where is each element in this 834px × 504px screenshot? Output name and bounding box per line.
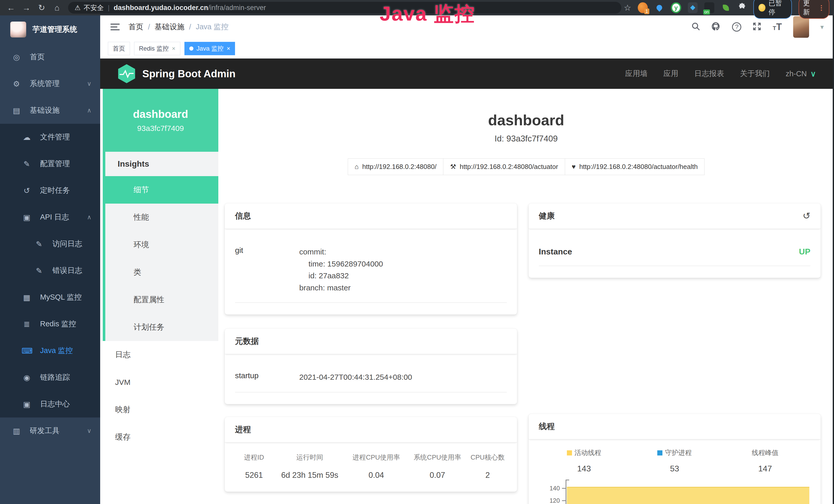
browser-home-icon[interactable]: ⌂ <box>50 0 63 16</box>
extension-switch-icon[interactable]: on <box>704 2 714 13</box>
window-right-edge <box>833 16 834 504</box>
sidebar-item-dev-tools[interactable]: ▥ 研发工具 ∨ <box>0 417 100 444</box>
tag-java-monitor[interactable]: Java 监控 × <box>184 42 235 55</box>
sidebar-item-infrastructure[interactable]: ▤ 基础设施 ∧ <box>0 97 100 124</box>
breadcrumb-separator: / <box>148 23 150 31</box>
nav-item-config-props[interactable]: 配置属性 <box>105 286 218 314</box>
menu-kebab-icon[interactable]: ⋮ <box>818 4 825 12</box>
health-instance-label: Instance <box>539 247 572 256</box>
paused-pill[interactable]: 已暂停 <box>753 0 792 19</box>
browser-back-icon[interactable]: ← <box>5 0 18 16</box>
user-avatar[interactable] <box>793 16 809 38</box>
extension-leaf-icon[interactable] <box>721 2 731 13</box>
info-card-body: git commit: time: 1596289704000 id: 27aa… <box>225 229 517 315</box>
sidebar-item-label: 配置管理 <box>40 159 70 169</box>
sidebar-item-config-mgmt[interactable]: ✎ 配置管理 <box>0 151 100 177</box>
sidebar-item-mysql-monitor[interactable]: ▦ MySQL 监控 <box>0 284 100 311</box>
sidebar-item-label: 系统管理 <box>30 78 60 89</box>
extensions-puzzle-icon[interactable] <box>738 3 747 13</box>
val-pid: 5261 <box>235 471 273 480</box>
app-logo-row[interactable]: 芋道管理系统 <box>0 16 100 44</box>
search-icon[interactable] <box>692 22 700 32</box>
live-threads-area <box>567 487 810 504</box>
col-pid: 进程ID <box>235 453 273 462</box>
sidebar-item-file-mgmt[interactable]: ☁ 文件管理 <box>0 124 100 151</box>
sba-nav-journal[interactable]: 日志报表 <box>694 69 724 79</box>
chevron-down-icon: ∨ <box>87 427 91 434</box>
nav-item-details[interactable]: 细节 <box>103 176 218 204</box>
sidebar-item-api-logs[interactable]: ▣ API 日志 ∧ <box>0 204 100 231</box>
sba-language-select[interactable]: zh-CN ∨ <box>786 69 816 78</box>
infrastructure-submenu: ☁ 文件管理 ✎ 配置管理 ↺ 定时任务 ▣ API 日志 ∧ ✎ <box>0 124 100 417</box>
sba-nav-wallboard[interactable]: 应用墙 <box>625 69 648 79</box>
tag-redis-monitor[interactable]: Redis 监控 × <box>134 42 180 55</box>
col-cpu-cores: CPU核心数 <box>468 453 506 462</box>
sidebar-item-system-mgmt[interactable]: ⚙ 系统管理 ∨ <box>0 70 100 97</box>
extension-y-icon[interactable]: y <box>671 2 681 13</box>
actuator-url-link[interactable]: ⚒ http://192.168.0.2:48080/actuator <box>443 158 565 175</box>
edit-icon: ✎ <box>22 159 32 168</box>
nav-item-scheduled-tasks[interactable]: 计划任务 <box>105 314 218 341</box>
git-commit-line: commit: <box>299 246 383 258</box>
nav-item-mappings[interactable]: 映射 <box>103 396 218 423</box>
service-url-link[interactable]: ⌂ http://192.168.0.2:48080/ <box>348 158 444 175</box>
font-size-icon[interactable]: TT <box>773 22 782 32</box>
address-bar[interactable]: ⚠ 不安全 | dashboard.yudao.iocoder.cn/infra… <box>68 2 621 14</box>
tags-bar: 首页 Redis 监控 × Java 监控 × <box>100 39 834 59</box>
tag-label: Redis 监控 <box>139 44 169 53</box>
hamburger-icon[interactable] <box>110 22 120 32</box>
database-icon: ▦ <box>22 293 32 302</box>
timer-icon: ↺ <box>22 186 32 195</box>
app-sidebar: 芋道管理系统 ◎ 首页 ⚙ 系统管理 ∨ ▤ 基础设施 ∧ ☁ 文件管理 <box>0 16 100 504</box>
sba-nav-applications[interactable]: 应用 <box>663 69 678 79</box>
sba-body: dashboard 93a3fc7f7409 Insights 细节 性能 环境… <box>100 89 834 504</box>
sidebar-item-scheduled-tasks[interactable]: ↺ 定时任务 <box>0 177 100 204</box>
sba-nav-about[interactable]: 关于我们 <box>740 69 770 79</box>
sidebar-item-error-logs[interactable]: ✎ 错误日志 <box>0 257 100 284</box>
nav-item-classes[interactable]: 类 <box>105 258 218 286</box>
sidebar-item-java-monitor[interactable]: ⌨ Java 监控 <box>0 337 100 364</box>
log-edit-icon: ✎ <box>34 266 44 275</box>
extension-equalizer-icon[interactable] <box>688 2 698 13</box>
sidebar-item-home[interactable]: ◎ 首页 <box>0 44 100 70</box>
nav-item-metrics[interactable]: 性能 <box>105 204 218 231</box>
browser-forward-icon[interactable]: → <box>20 0 33 16</box>
breadcrumb-home[interactable]: 首页 <box>128 22 143 32</box>
sidebar-item-log-center[interactable]: ▣ 日志中心 <box>0 391 100 417</box>
col-process-cpu: 进程CPU使用率 <box>347 453 407 462</box>
history-icon[interactable]: ↺ <box>803 210 810 221</box>
help-icon[interactable]: ? <box>732 22 741 31</box>
process-card-title: 进程 <box>225 417 517 443</box>
health-url-link[interactable]: ♥ http://192.168.0.2:48080/actuator/heal… <box>565 158 705 175</box>
main-row: 芋道管理系统 ◎ 首页 ⚙ 系统管理 ∨ ▤ 基础设施 ∧ ☁ 文件管理 <box>0 16 834 504</box>
sidebar-item-label: 首页 <box>30 52 45 62</box>
breadcrumb-infrastructure[interactable]: 基础设施 <box>155 22 184 32</box>
val-uptime: 6d 23h 15m 59s <box>273 471 347 480</box>
sidebar-item-redis-monitor[interactable]: ≣ Redis 监控 <box>0 311 100 337</box>
y-tick-120: 120 <box>549 497 560 504</box>
pin-icon <box>656 4 663 12</box>
extension-colorpicker-icon[interactable]: 1 <box>638 2 648 13</box>
github-icon[interactable] <box>711 22 721 32</box>
browser-reload-icon[interactable]: ↻ <box>35 0 48 16</box>
nav-item-logs[interactable]: 日志 <box>103 341 218 368</box>
fullscreen-icon[interactable] <box>752 22 761 32</box>
sidebar-item-tracing[interactable]: ◉ 链路追踪 <box>0 364 100 391</box>
close-icon[interactable]: × <box>226 45 230 52</box>
nav-item-jvm[interactable]: JVM <box>103 368 218 396</box>
threads-chart: 140 120 100 <box>539 480 811 504</box>
update-label: 更新 <box>803 0 814 17</box>
update-button[interactable]: 更新 ⋮ <box>798 0 829 19</box>
bookmark-star-icon[interactable]: ☆ <box>624 3 631 13</box>
nav-item-caches[interactable]: 缓存 <box>103 423 218 451</box>
sba-header: Spring Boot Admin 应用墙 应用 日志报表 关于我们 zh-CN… <box>100 59 834 89</box>
close-icon[interactable]: × <box>172 45 175 52</box>
caret-down-icon[interactable]: ▾ <box>820 23 824 31</box>
extension-pin-icon[interactable] <box>655 2 664 13</box>
breadcrumb: 首页 / 基础设施 / Java 监控 <box>128 22 228 32</box>
legend-label: 线程峰值 <box>752 448 778 457</box>
security-warning[interactable]: ⚠ 不安全 <box>75 3 104 12</box>
sidebar-item-access-logs[interactable]: ✎ 访问日志 <box>0 231 100 257</box>
tag-home[interactable]: 首页 <box>108 42 130 55</box>
nav-item-environment[interactable]: 环境 <box>105 231 218 258</box>
